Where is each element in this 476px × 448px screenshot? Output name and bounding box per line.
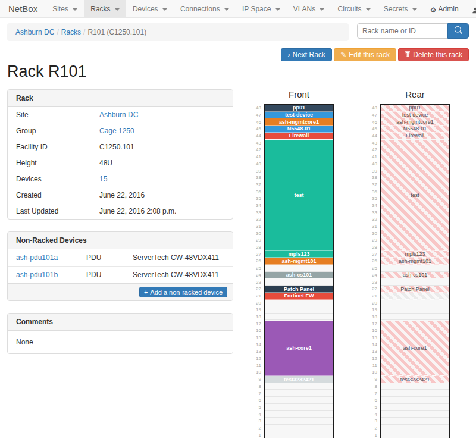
rack-device-rear-ash-mgmtcore1[interactable]: ash-mgmtcore1	[381, 118, 449, 126]
rack-device-rear-firewall[interactable]: Firewall	[381, 133, 449, 140]
rack-device-rear-ash-core1[interactable]: ash-core1	[381, 321, 449, 377]
rack-device-front-ash-core1[interactable]: ash-core1	[265, 321, 333, 377]
delete-rack-button[interactable]: Delete this rack	[398, 48, 469, 61]
unit-number: 44	[367, 133, 380, 140]
unit-number: 39	[367, 167, 380, 174]
rack-device-front-pp01[interactable]: pp01	[265, 105, 333, 112]
attr-link-group[interactable]: Cage 1250	[99, 127, 134, 135]
admin-link[interactable]: ⚙Admin	[424, 0, 465, 17]
unit-number: 29	[251, 237, 264, 244]
unit-number: 47	[367, 112, 380, 119]
rack-device-rear-fortinet-fw[interactable]	[381, 293, 449, 300]
unit-number: 16	[367, 327, 380, 334]
empty-unit	[381, 265, 449, 272]
unit-number: 45	[251, 126, 264, 133]
unit-number: 36	[367, 188, 380, 195]
empty-unit	[265, 306, 333, 314]
next-rack-button[interactable]: ›Next Rack	[281, 48, 331, 61]
empty-unit	[381, 299, 449, 306]
unit-number: 25	[367, 265, 380, 272]
caret-down-icon	[224, 8, 229, 11]
empty-unit	[381, 383, 449, 390]
breadcrumb-item-racks[interactable]: Racks	[61, 28, 81, 36]
unit-number: 39	[251, 167, 264, 174]
device-link-ash-pdu101b[interactable]: ash-pdu101b	[16, 271, 58, 279]
nonracked-devices-panel: Non-Racked Devices ash-pdu101aPDUServerT…	[7, 231, 233, 301]
unit-number: 15	[251, 334, 264, 342]
rack-device-rear-patch-panel[interactable]: Patch Panel	[381, 286, 449, 293]
profile-link[interactable]: Profile	[465, 0, 476, 17]
unit-number: 28	[251, 244, 264, 251]
attr-link-devices[interactable]: 15	[99, 175, 107, 183]
edit-rack-button[interactable]: ✎Edit this rack	[334, 48, 396, 61]
attr-link-site[interactable]: Ashburn DC	[99, 111, 138, 119]
unit-number: 15	[367, 334, 380, 342]
front-rack-body: pp01test-deviceash-mgmtcore1N5548-01Fire…	[264, 104, 334, 438]
rack-search	[357, 23, 469, 39]
rack-device-rear-test-device[interactable]: test-device	[381, 112, 449, 119]
nonracked-rows: ash-pdu101aPDUServerTech CW-48VDX411ash-…	[8, 249, 233, 283]
empty-unit	[265, 265, 333, 272]
rack-device-front-test[interactable]: test	[265, 140, 333, 251]
rack-device-rear-pp01[interactable]: pp01	[381, 105, 449, 112]
attr-label: Facility ID	[16, 143, 99, 151]
rack-device-rear-ash-cs101[interactable]: ash-cs101	[381, 272, 449, 279]
rack-device-front-test3232421[interactable]: test3232421	[265, 376, 333, 383]
attr-value-facility-id: C1250.101	[99, 143, 134, 151]
nav-item-connections[interactable]: Connections	[174, 0, 236, 17]
unit-number: 26	[367, 258, 380, 265]
attr-label: Height	[16, 159, 99, 167]
rack-device-rear-ash-mgmt101[interactable]: ash-mgmt101	[381, 258, 449, 265]
rack-device-front-ash-mgmt101[interactable]: ash-mgmt101	[265, 258, 333, 265]
breadcrumb-item-ashburn-dc[interactable]: Ashburn DC	[15, 28, 54, 36]
breadcrumb: Ashburn DC/Racks/R101 (C1250.101)	[7, 23, 349, 41]
unit-number: 3	[367, 418, 380, 425]
rack-device-rear-mpls123[interactable]: mpls123	[381, 251, 449, 258]
unit-number: 46	[251, 118, 264, 126]
rack-device-front-patch-panel[interactable]: Patch Panel	[265, 286, 333, 293]
unit-number: 11	[251, 362, 264, 369]
rack-device-rear-test3232421[interactable]: test3232421	[381, 376, 449, 383]
breadcrumb-item-r101-c1250-101-: R101 (C1250.101)	[87, 28, 146, 36]
attr-label: Group	[16, 127, 99, 135]
rack-device-rear-n5548-01[interactable]: N5548-01	[381, 126, 449, 133]
unit-number: 7	[251, 390, 264, 397]
device-link-ash-pdu101a[interactable]: ash-pdu101a	[16, 253, 58, 262]
unit-number: 22	[367, 286, 380, 293]
nav-item-ip-space[interactable]: IP Space	[236, 0, 287, 17]
nav-item-circuits[interactable]: Circuits	[331, 0, 377, 17]
unit-number: 21	[367, 293, 380, 300]
unit-number: 38	[251, 174, 264, 181]
unit-number: 17	[367, 320, 380, 327]
rack-device-front-mpls123[interactable]: mpls123	[265, 251, 333, 258]
device-type: PDU	[86, 253, 133, 262]
rack-device-front-test-device[interactable]: test-device	[265, 112, 333, 119]
unit-number: 3	[251, 418, 264, 425]
unit-number: 13	[367, 348, 380, 355]
rack-device-front-ash-cs101[interactable]: ash-cs101	[265, 272, 333, 279]
rack-device-front-ash-mgmtcore1[interactable]: ash-mgmtcore1	[265, 118, 333, 126]
caret-down-icon	[73, 8, 77, 11]
caret-down-icon	[162, 8, 167, 11]
rack-attr-row: Facility IDC1250.101	[8, 139, 233, 155]
add-nonracked-device-button[interactable]: +Add a non-racked device	[139, 287, 227, 297]
rack-device-rear-test[interactable]: test	[381, 140, 449, 251]
unit-number: 35	[251, 195, 264, 202]
nav-item-devices[interactable]: Devices	[126, 0, 174, 17]
unit-number: 2	[367, 425, 380, 432]
nav-item-sites[interactable]: Sites	[46, 0, 84, 17]
unit-number: 12	[251, 355, 264, 362]
rack-device-front-fortinet-fw[interactable]: Fortinet FW	[265, 293, 333, 300]
nav-item-racks[interactable]: Racks	[84, 0, 126, 17]
search-button[interactable]	[447, 23, 469, 39]
brand-logo[interactable]: NetBox	[0, 0, 46, 17]
navbar: NetBox Sites Racks Devices Connections I…	[0, 0, 476, 18]
nav-item-vlans[interactable]: VLANs	[287, 0, 331, 17]
rack-device-front-firewall[interactable]: Firewall	[265, 133, 333, 140]
nav-item-secrets[interactable]: Secrets	[377, 0, 424, 17]
search-input[interactable]	[357, 23, 447, 39]
empty-unit	[265, 404, 333, 411]
unit-number: 31	[251, 223, 264, 230]
rack-device-front-n5548-01[interactable]: N5548-01	[265, 126, 333, 133]
unit-number: 19	[251, 306, 264, 314]
